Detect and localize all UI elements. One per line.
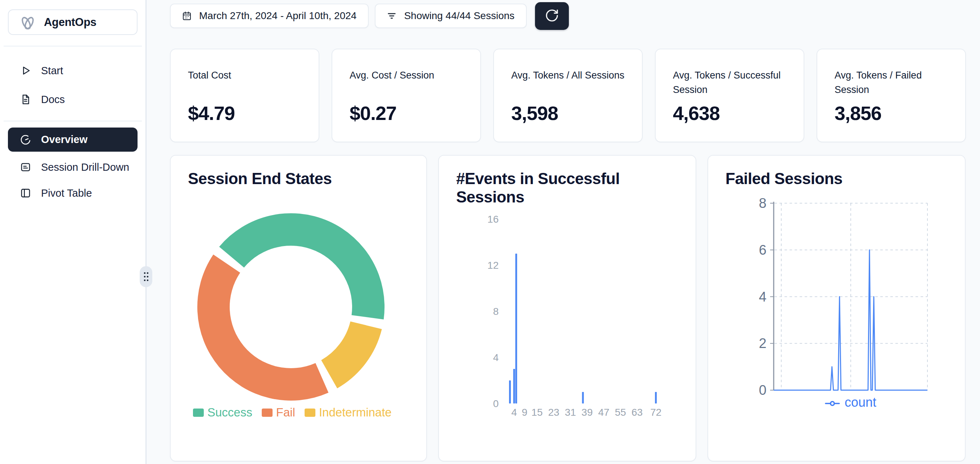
y-tick-label: 12 bbox=[487, 260, 499, 271]
list-icon bbox=[19, 161, 32, 173]
donut-legend: SuccessFailIndeterminate bbox=[193, 406, 392, 419]
legend-swatch bbox=[193, 408, 204, 417]
histogram-bar bbox=[515, 254, 517, 403]
play-icon bbox=[19, 64, 32, 77]
sidebar-divider bbox=[3, 46, 142, 46]
main-content: March 27th, 2024 - April 10th, 2024 Show… bbox=[146, 0, 980, 464]
date-range-label: March 27th, 2024 - April 10th, 2024 bbox=[199, 10, 356, 22]
donut-slice-indeterminate bbox=[321, 321, 382, 388]
stat-card-avg-cost-session: Avg. Cost / Session$0.27 bbox=[332, 49, 481, 142]
chart-card-events-histogram: #Events in Successful Sessions 048121649… bbox=[438, 155, 696, 461]
stat-label: Avg. Tokens / All Sessions bbox=[511, 68, 628, 83]
stat-value: 4,638 bbox=[673, 102, 720, 124]
histogram-bar bbox=[509, 380, 511, 403]
histogram-bar bbox=[582, 392, 584, 403]
legend-item-fail[interactable]: Fail bbox=[262, 406, 295, 419]
legend-item-indeterminate[interactable]: Indeterminate bbox=[305, 406, 392, 419]
stat-label: Avg. Tokens / Failed Session bbox=[835, 68, 951, 97]
donut-slice-success bbox=[219, 213, 385, 319]
chart-title-session-end-states: Session End States bbox=[188, 169, 332, 188]
sidebar-item-docs[interactable]: Docs bbox=[8, 89, 138, 110]
chart-card-failed-sessions: Failed Sessions 02468 count bbox=[708, 155, 966, 461]
legend-swatch bbox=[305, 408, 315, 417]
stat-value: $4.79 bbox=[188, 102, 235, 124]
y-tick-label: 16 bbox=[487, 214, 499, 225]
x-tick-label: 47 bbox=[598, 407, 609, 418]
stat-card-avg-tokens-all-sessions: Avg. Tokens / All Sessions3,598 bbox=[493, 49, 643, 142]
count-line-series bbox=[774, 250, 928, 390]
stat-card-avg-tokens-successful-session: Avg. Tokens / Successful Session4,638 bbox=[655, 49, 804, 142]
chart-title-failed-sessions: Failed Sessions bbox=[725, 169, 842, 188]
chart-card-session-end-states: Session End States SuccessFailIndetermin… bbox=[170, 155, 427, 461]
date-range-button[interactable]: March 27th, 2024 - April 10th, 2024 bbox=[170, 3, 369, 28]
legend-label: Indeterminate bbox=[319, 406, 392, 419]
y-tick-label: 8 bbox=[493, 306, 499, 317]
stat-value: 3,856 bbox=[835, 102, 881, 124]
x-tick-label: 31 bbox=[565, 407, 576, 418]
sidebar-nav-main: OverviewSession Drill-DownPivot Table bbox=[8, 128, 138, 204]
legend-label: Success bbox=[207, 406, 252, 419]
stat-card-total-cost: Total Cost$4.79 bbox=[170, 49, 319, 142]
x-tick-label: 9 bbox=[522, 407, 527, 418]
stat-value: $0.27 bbox=[350, 102, 396, 124]
histogram-bar bbox=[514, 369, 515, 403]
sidebar-divider bbox=[3, 121, 142, 121]
y-tick-label: 0 bbox=[493, 398, 499, 409]
x-tick-label: 63 bbox=[632, 407, 643, 418]
y-tick-label: 4 bbox=[759, 289, 767, 305]
x-tick-label: 72 bbox=[650, 407, 661, 418]
docs-icon bbox=[19, 93, 32, 105]
sidebar-item-label: Docs bbox=[41, 94, 65, 105]
app-root: AgentOps StartDocs OverviewSession Drill… bbox=[0, 0, 980, 464]
x-tick-label: 23 bbox=[548, 407, 559, 418]
line-legend-label: count bbox=[845, 395, 876, 410]
histogram-bar bbox=[655, 392, 657, 403]
sessions-filter-button[interactable]: Showing 44/44 Sessions bbox=[375, 3, 527, 28]
sidebar-item-start[interactable]: Start bbox=[8, 60, 138, 81]
sidebar-item-label: Session Drill-Down bbox=[41, 161, 129, 173]
stat-label: Avg. Cost / Session bbox=[350, 68, 466, 83]
sessions-filter-label: Showing 44/44 Sessions bbox=[404, 10, 514, 22]
legend-swatch bbox=[262, 408, 272, 417]
y-tick-label: 0 bbox=[759, 383, 767, 398]
sidebar-item-label: Pivot Table bbox=[41, 187, 92, 199]
y-tick-label: 4 bbox=[493, 352, 499, 363]
x-tick-label: 55 bbox=[615, 407, 626, 418]
stat-value: 3,598 bbox=[511, 102, 558, 124]
logo[interactable]: AgentOps bbox=[8, 10, 138, 35]
filter-icon bbox=[386, 10, 397, 21]
refresh-button[interactable] bbox=[535, 2, 569, 30]
legend-label: Fail bbox=[276, 406, 295, 419]
sidebar-item-label: Overview bbox=[41, 134, 88, 145]
donut-slice-fail bbox=[197, 255, 328, 400]
stats-row: Total Cost$4.79Avg. Cost / Session$0.27A… bbox=[170, 49, 966, 142]
logo-label: AgentOps bbox=[44, 16, 97, 29]
x-tick-label: 39 bbox=[581, 407, 593, 418]
sidebar-item-session-drill-down[interactable]: Session Drill-Down bbox=[8, 157, 138, 178]
chart-title-events-histogram: #Events in Successful Sessions bbox=[456, 169, 679, 206]
sidebar-resize-handle[interactable] bbox=[140, 266, 152, 287]
pivot-icon bbox=[19, 187, 32, 199]
refresh-icon bbox=[545, 8, 559, 24]
sidebar-item-label: Start bbox=[41, 65, 63, 77]
line-legend-marker-icon bbox=[825, 395, 840, 410]
sidebar-item-overview[interactable]: Overview bbox=[8, 128, 138, 151]
sidebar-nav-top: StartDocs bbox=[8, 60, 138, 110]
y-tick-label: 8 bbox=[759, 196, 767, 211]
sidebar-item-pivot-table[interactable]: Pivot Table bbox=[8, 183, 138, 204]
grip-dots-icon bbox=[142, 271, 150, 283]
stat-card-avg-tokens-failed-session: Avg. Tokens / Failed Session3,856 bbox=[816, 49, 966, 142]
gauge-icon bbox=[19, 134, 32, 146]
legend-item-success[interactable]: Success bbox=[193, 406, 252, 419]
x-tick-label: 4 bbox=[511, 407, 517, 418]
sidebar: AgentOps StartDocs OverviewSession Drill… bbox=[0, 0, 146, 464]
failed-sessions-line-chart: 02468 bbox=[708, 156, 966, 462]
agentops-logo-icon bbox=[18, 13, 37, 32]
count-legend[interactable]: count bbox=[774, 395, 928, 410]
charts-row: Session End States SuccessFailIndetermin… bbox=[170, 155, 966, 461]
y-tick-label: 2 bbox=[759, 336, 767, 351]
stat-label: Avg. Tokens / Successful Session bbox=[673, 68, 789, 97]
x-tick-label: 15 bbox=[531, 407, 542, 418]
y-tick-label: 6 bbox=[759, 242, 767, 258]
calendar-icon bbox=[181, 10, 192, 21]
